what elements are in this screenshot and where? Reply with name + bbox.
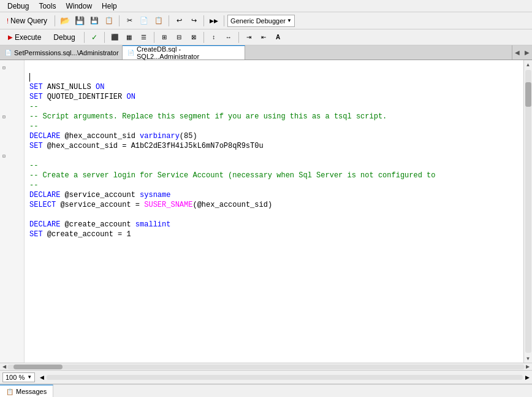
separator4 — [203, 15, 204, 26]
t2-btn1[interactable]: ⬛ — [108, 31, 121, 44]
messages-tab-icon: 📋 — [6, 388, 13, 395]
toolbar-extra1[interactable]: 📋 — [102, 14, 116, 28]
ln-9 — [0, 141, 24, 151]
t2-format-btn[interactable]: A — [272, 31, 285, 44]
hscroll-left[interactable]: ◀ — [1, 364, 7, 369]
t2-btn3[interactable]: ☰ — [137, 31, 151, 44]
tab-createdb[interactable]: 📄 CreateDB.sql - SQL2...Administrator — [123, 45, 245, 60]
toolbar2: ▶ Execute Debug ✓ ⬛ ▦ ☰ ⊞ ⊟ ⊠ ↕ ↔ ⇥ ⇤ A — [0, 29, 532, 45]
t2-indent-btn[interactable]: ⇥ — [242, 31, 256, 44]
horizontal-scrollbar: ◀ ▶ — [0, 363, 532, 370]
collapse-1[interactable]: ⊟ — [2, 65, 6, 71]
redo-icon: ↪ — [191, 17, 197, 25]
database-dropdown[interactable]: Generic Debugger ▼ — [227, 15, 295, 27]
open-file-button[interactable]: 📂 — [58, 14, 72, 28]
hscroll-track[interactable] — [7, 364, 525, 369]
check-button[interactable]: ✓ — [88, 31, 101, 44]
copy-icon: 📄 — [140, 17, 148, 25]
ln-5 — [0, 102, 24, 112]
code-editor[interactable]: SET ANSI_NULLS ON SET QUOTED_IDENTIFIER … — [25, 60, 523, 363]
redo-button[interactable]: ↪ — [187, 14, 200, 28]
unindent-icon: ⇤ — [261, 34, 266, 40]
vscroll-up[interactable]: ▲ — [524, 60, 533, 69]
t2-b5-icon: ⊟ — [177, 34, 181, 40]
undo-icon: ↩ — [177, 17, 182, 25]
t2-btn6[interactable]: ⊠ — [187, 31, 200, 44]
t2-b3-icon: ☰ — [141, 34, 146, 40]
zoom-dropdown-arrow: ▼ — [27, 374, 32, 380]
t2-b2-icon: ▦ — [126, 34, 132, 40]
separator2 — [119, 15, 120, 26]
t2-b4-icon: ⊞ — [162, 34, 167, 40]
vscroll-thumb[interactable] — [525, 82, 531, 107]
menu-window[interactable]: Window — [61, 1, 97, 12]
save-button[interactable]: 💾 — [73, 14, 86, 28]
menu-bar: Debug Tools Window Help — [0, 0, 532, 12]
ln-10: ⊟ — [0, 151, 24, 161]
messages-tab-label: Messages — [16, 388, 47, 395]
t2-b6-icon: ⊠ — [191, 34, 196, 40]
tab-scroll-left[interactable]: ◀ — [512, 45, 522, 60]
nav-btn1[interactable]: ▶▶ — [207, 14, 221, 28]
database-dropdown-value: Generic Debugger — [230, 17, 286, 25]
hscroll-thumb[interactable] — [13, 364, 63, 369]
editor-main: ⊟ ⊟ ⊟ SET ANSI_NULLS ON SET QUOTED_IDENT… — [0, 60, 532, 363]
hscroll-right[interactable]: ▶ — [525, 364, 531, 369]
hscroll2-track[interactable] — [47, 375, 523, 380]
ln-4 — [0, 92, 24, 102]
ln-1: ⊟ — [0, 63, 24, 72]
copy-button[interactable]: 📄 — [137, 14, 151, 28]
messages-tabs: 📋 Messages — [0, 385, 532, 397]
format-icon: A — [276, 34, 280, 40]
t2-btn8[interactable]: ↔ — [222, 31, 235, 44]
execute-button[interactable]: ▶ Execute — [2, 31, 47, 44]
new-query-icon: ! — [7, 17, 9, 25]
debug-button[interactable]: Debug — [48, 31, 80, 44]
paste-button[interactable]: 📋 — [152, 14, 165, 28]
ln-3 — [0, 82, 24, 92]
indent-icon: ⇥ — [246, 34, 251, 40]
hscroll-left2[interactable]: ◀ — [40, 374, 44, 380]
messages-tab[interactable]: 📋 Messages — [0, 385, 53, 397]
ln-14 — [0, 190, 24, 200]
collapse-10[interactable]: ⊟ — [2, 153, 6, 159]
menu-tools[interactable]: Tools — [34, 1, 61, 12]
ln-16 — [0, 210, 24, 220]
menu-help[interactable]: Help — [97, 1, 122, 12]
dropdown-arrow-icon: ▼ — [287, 18, 292, 23]
execute-label: Execute — [15, 33, 41, 42]
tab-scroll-right[interactable]: ▶ — [522, 45, 532, 60]
ln-15 — [0, 200, 24, 210]
t2-btn2[interactable]: ▦ — [123, 31, 136, 44]
t2-b7-icon: ↕ — [212, 34, 215, 40]
new-query-button[interactable]: ! New Query — [2, 14, 51, 28]
check-icon: ✓ — [91, 33, 97, 42]
tab-setpermissions[interactable]: 📄 SetPermissions.sql...\Administrator ✕ — [0, 45, 123, 60]
menu-debug[interactable]: Debug — [2, 1, 34, 12]
execute-icon: ▶ — [8, 34, 13, 40]
t2-btn5[interactable]: ⊟ — [172, 31, 186, 44]
undo-button[interactable]: ↩ — [172, 14, 186, 28]
open-file-icon: 📂 — [60, 16, 70, 25]
toolbar1: ! New Query 📂 💾 💾 📋 ✂ 📄 📋 ↩ ↪ ▶▶ Generic — [0, 12, 532, 29]
zoom-select[interactable]: 100 % ▼ — [2, 372, 35, 382]
collapse-6[interactable]: ⊟ — [2, 114, 6, 120]
messages-panel: 📋 Messages Command(s) completed successf… — [0, 384, 532, 397]
zoom-value: 100 % — [6, 374, 25, 381]
tab-bar: 📄 SetPermissions.sql...\Administrator ✕ … — [0, 45, 532, 60]
separator7 — [104, 32, 105, 43]
vscroll-down[interactable]: ▼ — [524, 354, 533, 363]
t2-btn7[interactable]: ↕ — [207, 31, 221, 44]
ln-2 — [0, 72, 24, 82]
t2-btn4[interactable]: ⊞ — [158, 31, 171, 44]
separator6 — [84, 32, 85, 43]
vscroll-track[interactable] — [525, 70, 531, 353]
editor-container: ⊟ ⊟ ⊟ SET ANSI_NULLS ON SET QUOTED_IDENT… — [0, 60, 532, 384]
t2-unindent-btn[interactable]: ⇤ — [257, 31, 270, 44]
hscroll-right2[interactable]: ▶ — [525, 374, 530, 380]
save-all-button[interactable]: 💾 — [88, 14, 101, 28]
save-all-icon: 💾 — [90, 17, 99, 25]
paste-icon: 📋 — [154, 17, 163, 25]
nav1-icon: ▶▶ — [210, 18, 218, 24]
cut-button[interactable]: ✂ — [123, 14, 136, 28]
